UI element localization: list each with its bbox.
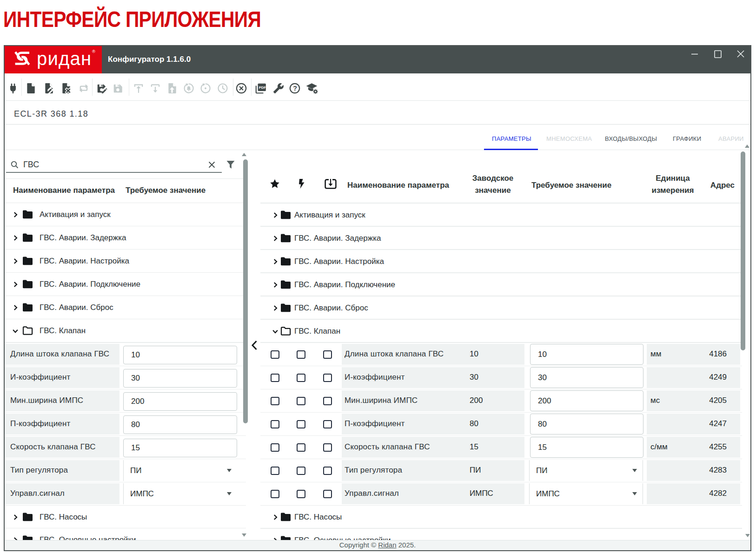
svg-text:?: ?	[293, 85, 297, 92]
svg-text:®: ®	[92, 49, 95, 54]
svg-text:PDF: PDF	[259, 86, 266, 90]
svg-text:ридан: ридан	[37, 48, 92, 69]
